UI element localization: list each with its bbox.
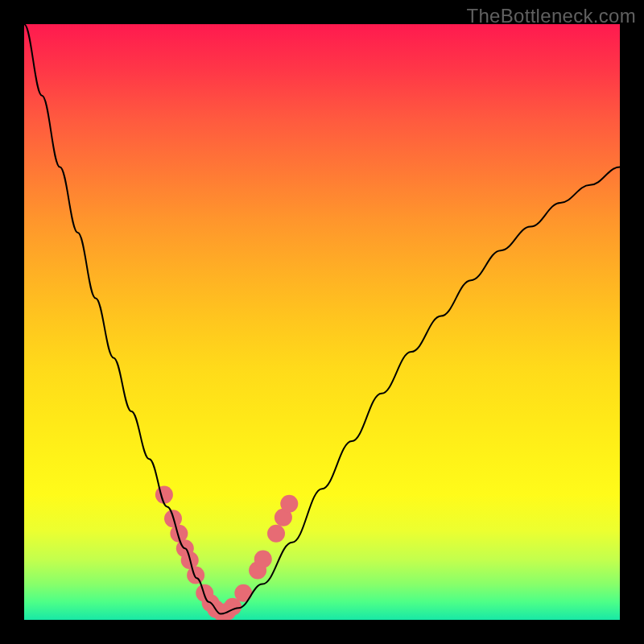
highlight-marker (280, 495, 298, 513)
marker-group (155, 486, 298, 620)
chart-frame: TheBottleneck.com (0, 0, 644, 644)
bottleneck-curve (24, 24, 620, 614)
highlight-marker (187, 567, 204, 584)
watermark-text: TheBottleneck.com (466, 5, 636, 27)
highlight-marker (267, 525, 285, 543)
highlight-marker (254, 551, 272, 568)
highlight-marker (155, 486, 173, 504)
chart-overlay (24, 24, 620, 620)
highlight-marker (234, 584, 252, 602)
